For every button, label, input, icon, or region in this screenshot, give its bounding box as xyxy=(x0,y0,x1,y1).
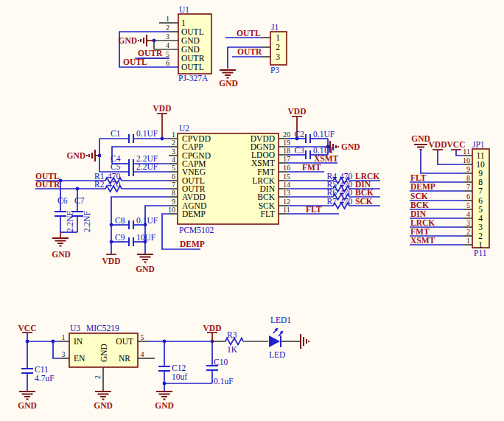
r6-designator[interactable]: R6 xyxy=(327,188,337,197)
c1-designator[interactable]: C1 xyxy=(111,129,121,138)
c6-value[interactable]: 2.2NF xyxy=(66,211,74,232)
jp1-xsmt-label[interactable]: XSMT xyxy=(410,236,435,245)
r6-value[interactable]: 470 xyxy=(340,188,353,197)
r3-designator[interactable]: R3 xyxy=(227,330,237,339)
u2-pin-number: 16 xyxy=(283,164,290,172)
u1-pin4-name: GND xyxy=(181,45,200,54)
jp1-pin-name: 4 xyxy=(478,214,483,223)
c7-designator[interactable]: C7 xyxy=(74,196,85,205)
c11-value[interactable]: 4.7uF xyxy=(35,374,55,383)
c2-designator[interactable]: C2 xyxy=(295,130,305,139)
c9-designator[interactable]: C9 xyxy=(115,233,125,242)
jp1-lrck-label[interactable]: LRCK xyxy=(410,218,435,227)
c12-value[interactable]: 10uf xyxy=(172,372,187,381)
jp1-din-label[interactable]: DIN xyxy=(410,209,427,218)
j1-outr-net-label[interactable]: OUTR xyxy=(237,47,262,56)
c9-value[interactable]: 10UF xyxy=(136,233,155,242)
vcc-label[interactable]: VCC xyxy=(447,140,466,149)
u2-designator[interactable]: U2 xyxy=(179,124,189,133)
jp1-pin-name: 10 xyxy=(476,160,485,169)
u1-gnd-label[interactable]: GND xyxy=(118,36,137,45)
j1-designator[interactable]: J1 xyxy=(271,23,279,32)
vdd-label[interactable]: VDD xyxy=(153,104,172,113)
outr-net-label[interactable]: OUTR xyxy=(35,180,60,189)
c5-value[interactable]: 2.2UF xyxy=(136,162,158,171)
c10-value[interactable]: 0.1uF xyxy=(214,377,234,386)
r2-designator[interactable]: R2 xyxy=(94,180,105,189)
u2-pin-number: 5 xyxy=(172,164,175,172)
gnd-label[interactable]: GND xyxy=(136,265,155,274)
jp1-sck-label[interactable]: SCK xyxy=(410,192,428,201)
led-designator[interactable]: LED1 xyxy=(270,316,291,324)
u2-pin-number: 3 xyxy=(172,147,175,156)
u3-designator[interactable]: U3 xyxy=(70,324,80,333)
c10-designator[interactable]: C10 xyxy=(214,358,228,366)
u2-pin-number: 4 xyxy=(172,156,175,164)
u2-dac[interactable]: U2 PCM5102 1 2 3 4 5 6 7 8 9 10 CPVDD CA… xyxy=(168,124,290,234)
fmt-net-label[interactable]: FMT xyxy=(302,163,321,172)
vdd-power-port-bottom[interactable]: VDD xyxy=(102,254,121,265)
u2-pin-name: CAPP xyxy=(182,142,203,151)
jp1-pin-number: 5 xyxy=(466,201,470,209)
c5-designator[interactable]: C5 xyxy=(111,162,121,171)
u2-pin-number: 10 xyxy=(168,206,175,214)
u1-part-name[interactable]: PJ-327A xyxy=(178,74,209,83)
r7-designator[interactable]: R7 xyxy=(327,197,337,206)
u3-part-name[interactable]: MIC5219 xyxy=(86,324,119,333)
vdd-label[interactable]: VDD xyxy=(203,324,222,333)
jp1-bck-label[interactable]: BCK xyxy=(410,201,429,209)
u2-part-name[interactable]: PCM5102 xyxy=(179,226,214,234)
c3-designator[interactable]: C3 xyxy=(295,146,305,155)
r2-value[interactable]: 470 xyxy=(108,180,121,189)
xsmt-net-label[interactable]: XSMT xyxy=(314,154,339,163)
jp1-designator[interactable]: JP1 xyxy=(472,140,485,149)
vcc-power-port[interactable]: VCC xyxy=(18,324,37,333)
jp1-demp-label[interactable]: DEMP xyxy=(410,182,435,191)
u2-pin-number: 13 xyxy=(283,189,290,197)
jp1-pin-number: 7 xyxy=(466,183,470,191)
u2-pin-number: 7 xyxy=(172,181,175,189)
gnd-label[interactable]: GND xyxy=(18,401,37,410)
j1-outl-net-label[interactable]: OUTL xyxy=(237,29,261,38)
r7-value[interactable]: 470 xyxy=(340,197,353,206)
c1-value[interactable]: 0.1UF xyxy=(136,129,158,138)
jp1-pin-name: 7 xyxy=(478,187,483,195)
sck-net-label[interactable]: SCK xyxy=(355,197,373,206)
jp1-vdd-power-port[interactable]: VDD xyxy=(429,140,447,150)
bck-net-label[interactable]: BCK xyxy=(355,188,374,197)
jp1-fmt-label[interactable]: FMT xyxy=(410,227,430,236)
vdd-label[interactable]: VDD xyxy=(288,107,307,116)
u2-pin-name: FLT xyxy=(261,209,275,218)
c8-designator[interactable]: C8 xyxy=(115,216,125,225)
gnd-label[interactable]: GND xyxy=(94,401,113,410)
led-label[interactable]: LED xyxy=(269,350,285,359)
gnd-label[interactable]: GND xyxy=(52,250,71,259)
c11-designator[interactable]: C11 xyxy=(35,365,49,374)
u2-gnd-label[interactable]: GND xyxy=(66,151,85,160)
jp1-vcc-power-port[interactable]: VCC xyxy=(447,140,466,150)
j1-part-name[interactable]: P3 xyxy=(270,66,279,74)
vdd-label[interactable]: VDD xyxy=(102,257,121,265)
u3-pin1-number: 1 xyxy=(62,333,66,341)
r3-value[interactable]: 1K xyxy=(227,345,238,354)
u1-outl-net-label[interactable]: OUTL xyxy=(123,58,147,66)
jp1-flt-label[interactable]: FLT xyxy=(410,173,427,182)
flt-net-label[interactable]: FLT xyxy=(306,205,322,214)
u2-gnd-power-port[interactable]: GND xyxy=(66,150,99,161)
u1-designator[interactable]: U1 xyxy=(179,5,189,14)
u1-outr-net-label[interactable]: OUTR xyxy=(138,49,163,58)
vcc-label[interactable]: VCC xyxy=(18,324,37,333)
gnd-label[interactable]: GND xyxy=(411,134,430,143)
u1-pin2-number: 2 xyxy=(166,24,169,32)
demp-net-label[interactable]: DEMP xyxy=(180,240,205,248)
gnd-label[interactable]: GND xyxy=(155,401,174,410)
c12-designator[interactable]: C12 xyxy=(172,363,186,372)
jp1-part-name[interactable]: P11 xyxy=(474,248,487,257)
c8-value[interactable]: 0.1UF xyxy=(136,216,158,225)
j1-gnd-label[interactable]: GND xyxy=(219,79,238,88)
c7-value[interactable]: 2.2NF xyxy=(83,211,91,232)
gnd-label[interactable]: GND xyxy=(341,142,360,151)
c2-value[interactable]: 0.1UF xyxy=(313,130,335,139)
c6-designator[interactable]: C6 xyxy=(57,196,68,205)
vdd-label[interactable]: VDD xyxy=(429,140,447,149)
